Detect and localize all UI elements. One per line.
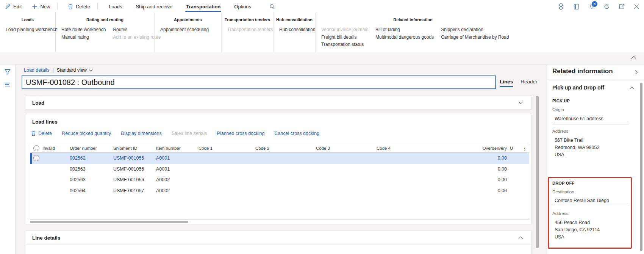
cell-order-number[interactable]: 002564: [69, 188, 113, 193]
menu-tab-options[interactable]: Options: [233, 1, 252, 13]
filter-icon[interactable]: [5, 69, 11, 75]
cell-overdelivery[interactable]: 0.00: [436, 177, 509, 182]
chevron-right-icon[interactable]: [635, 70, 638, 75]
origin-value-field[interactable]: Warehouse 61 address: [555, 116, 603, 121]
tab-lines[interactable]: Lines: [500, 79, 513, 87]
dynamics-apps-icon[interactable]: [558, 3, 564, 10]
ribbon-item-carriage-of-merchandise-by-road[interactable]: Carriage of Merchandise by Road: [441, 34, 509, 41]
cell-shipment-id[interactable]: USMF-001057: [113, 188, 155, 193]
cell-overdelivery[interactable]: 0.00: [436, 155, 509, 161]
ribbon-item-appointment-scheduling[interactable]: Appointment scheduling: [160, 26, 209, 34]
related-information-panel: Related information Pick up and Drop off…: [547, 64, 644, 254]
cell-order-number[interactable]: 002563: [69, 177, 113, 182]
address-line: 567 Bike Trail: [555, 137, 599, 144]
ribbon-item-multimodal-dangerous-goods[interactable]: Multimodal dangerous goods: [375, 34, 434, 41]
breadcrumb-separator: |: [52, 67, 53, 73]
cell-shipment-id[interactable]: USMF-001056: [113, 166, 155, 172]
panel-vertical-scrollbar[interactable]: [640, 83, 642, 251]
close-icon[interactable]: [634, 4, 639, 9]
column-header-code-3[interactable]: Code 3: [315, 146, 376, 151]
chevron-up-icon: [518, 236, 523, 239]
cell-item-number[interactable]: A0002: [155, 188, 198, 193]
collapse-ribbon-chevron-up-icon[interactable]: [631, 56, 636, 59]
trash-icon: [68, 4, 73, 9]
ribbon-group-hub-consolidation: Hub consolidation Hub consolidation: [274, 13, 316, 52]
cell-overdelivery[interactable]: 0.00: [436, 188, 509, 193]
reduce-picked-quantity-button[interactable]: Reduce picked quantity: [62, 131, 111, 136]
cell-item-number[interactable]: A0001: [155, 155, 198, 161]
pickup-heading: PICK UP: [552, 99, 570, 103]
table-row[interactable]: 002563 USMF-001056 A0001 0.00: [30, 164, 529, 175]
new-button[interactable]: New: [32, 4, 50, 9]
notifications-bell-icon[interactable]: 0: [588, 3, 595, 10]
vertical-scrollbar[interactable]: [536, 96, 539, 248]
load-section: Load: [25, 96, 532, 110]
cell-item-number[interactable]: A0001: [155, 166, 198, 172]
ribbon-item-manual-rating[interactable]: Manual rating: [61, 34, 106, 41]
ribbon-item-load-planning-workbench[interactable]: Load planning workbench: [6, 26, 58, 34]
menu-tab-transportation[interactable]: Transportation: [185, 1, 221, 13]
cell-item-number[interactable]: A0002: [155, 177, 198, 182]
record-title-field[interactable]: USMF-001082 : Outbound: [22, 75, 496, 89]
table-row[interactable]: 002564 USMF-001057 A0002 0.00: [30, 185, 529, 196]
destination-label: Destination: [552, 190, 574, 194]
breadcrumb-page-link[interactable]: Load details: [24, 67, 49, 73]
edit-button[interactable]: Edit: [5, 4, 22, 9]
grid-delete-button[interactable]: Delete: [31, 131, 52, 136]
open-in-new-window-icon[interactable]: [619, 3, 625, 10]
column-options-icon[interactable]: ⋮: [521, 146, 529, 151]
ribbon-group-title: Appointments: [155, 17, 221, 22]
cell-order-number[interactable]: 002563: [69, 166, 113, 172]
select-all-radio[interactable]: [33, 145, 39, 151]
column-header-order-number[interactable]: Order number: [69, 146, 113, 151]
cell-order-number[interactable]: 002562: [69, 155, 113, 161]
tab-header[interactable]: Header: [521, 79, 537, 87]
column-header-u-truncated[interactable]: U: [509, 146, 521, 151]
address-line: Redmond, WA 98052: [555, 144, 599, 151]
search-icon[interactable]: [269, 4, 275, 9]
left-tool-strip: [0, 64, 16, 254]
menu-tab-loads[interactable]: Loads: [108, 1, 123, 13]
horizontal-scrollbar[interactable]: [30, 221, 188, 223]
office-book-icon[interactable]: [573, 3, 580, 10]
cell-overdelivery[interactable]: 0.00: [436, 166, 509, 172]
plus-icon: [32, 4, 38, 9]
load-section-header[interactable]: Load: [25, 96, 531, 110]
ribbon-item-freight-bill-details[interactable]: Freight bill details: [321, 34, 368, 41]
column-header-code-1[interactable]: Code 1: [198, 146, 255, 151]
cell-shipment-id[interactable]: USMF-001055: [113, 155, 155, 161]
table-row[interactable]: 002563 USMF-001056 A0002 0.00: [30, 174, 529, 185]
refresh-icon[interactable]: [603, 3, 610, 10]
cancel-cross-docking-button[interactable]: Cancel cross docking: [274, 131, 319, 136]
view-selector[interactable]: Standard view: [57, 67, 93, 73]
column-header-code-4[interactable]: Code 4: [376, 146, 436, 151]
ribbon-item-hub-consolidation[interactable]: Hub consolidation: [279, 26, 315, 34]
ribbon-item-transportation-status[interactable]: Transportation status: [321, 41, 368, 49]
delete-button[interactable]: Delete: [68, 4, 90, 9]
line-details-section: Line details: [25, 230, 532, 254]
chevron-up-icon[interactable]: [630, 86, 634, 89]
column-header-item-number[interactable]: Item number: [155, 146, 198, 151]
menu-tab-ship-and-receive[interactable]: Ship and receive: [135, 1, 173, 13]
ribbon-item-rate-route-workbench[interactable]: Rate route workbench: [61, 26, 106, 34]
table-row[interactable]: 002562 USMF-001055 A0001 0.00: [30, 153, 529, 164]
column-header-code-2[interactable]: Code 2: [255, 146, 315, 151]
column-header-shipment-id[interactable]: Shipment ID: [113, 146, 155, 151]
planned-cross-docking-button[interactable]: Planned cross docking: [217, 131, 265, 136]
line-details-section-header[interactable]: Line details: [25, 231, 531, 245]
view-selector-label: Standard view: [57, 67, 87, 73]
task-list-icon[interactable]: [5, 82, 11, 87]
top-command-bar: Edit New Delete Loads Ship and receive T…: [0, 0, 644, 13]
ribbon-item-bill-of-lading[interactable]: Bill of lading: [375, 26, 434, 34]
row-select-radio[interactable]: [33, 155, 39, 161]
column-header-overdelivery[interactable]: Overdelivery: [436, 146, 509, 151]
ribbon-item-routes[interactable]: Routes: [113, 26, 161, 34]
cell-shipment-id[interactable]: USMF-001056: [113, 177, 155, 182]
ribbon-item-shippers-declaration[interactable]: Shipper's declaration: [441, 26, 509, 34]
display-dimensions-button[interactable]: Display dimensions: [121, 131, 162, 136]
load-section-title: Load: [32, 100, 44, 106]
column-header-invalid[interactable]: Invalid: [42, 146, 69, 151]
menu-tab-label: Ship and receive: [136, 4, 172, 9]
load-lines-section-header[interactable]: Load lines: [25, 114, 531, 129]
destination-value-field[interactable]: Contoso Retail San Diego: [555, 198, 609, 203]
